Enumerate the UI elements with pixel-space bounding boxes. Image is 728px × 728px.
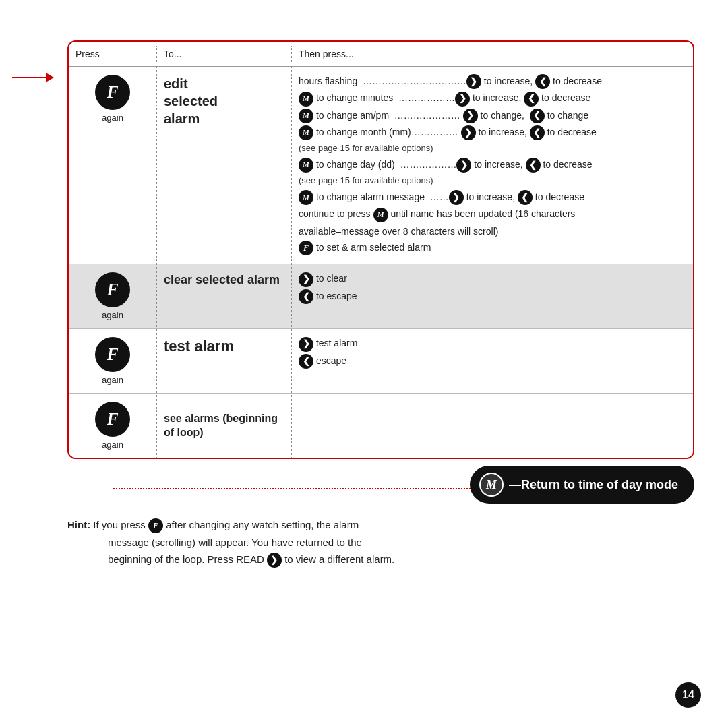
then-line: ❯ test alarm [299,336,686,351]
then-line: ❯ to clear [299,271,686,286]
m-icon: M [299,190,313,205]
press-cell-edit: F again [69,67,156,264]
page-number: 14 [675,682,701,708]
table-row: F again see alarms (beginning of loop) [69,394,693,458]
then-line: ❮ to escape [299,289,686,304]
left-arrow [12,73,54,82]
right-arrow-icon: ❯ [466,74,481,89]
again-label-edit: again [102,113,123,123]
f-button-clear: F [95,272,130,307]
m-icon: M [373,208,388,222]
left-arrow-icon: ❮ [299,354,313,369]
then-line: F to set & arm selected alarm [299,240,686,255]
table-row: F again editselectedalarm hours flashing… [69,67,693,264]
header-press: Press [69,46,156,62]
then-cell-edit: hours flashing ……………………………❯ to increase,… [291,67,693,264]
then-cell-clear: ❯ to clear ❮ to escape [291,264,693,328]
then-line: hours flashing ……………………………❯ to increase,… [299,73,686,89]
page-container: Press To... Then press... F again editse… [0,0,728,728]
right-arrow-icon: ❯ [449,190,464,205]
table-row: F again test alarm ❯ test alarm ❮ escape [69,329,693,394]
hint-section: Hint: If you press F after changing any … [67,516,701,568]
right-arrow-icon: ❯ [455,92,470,107]
table-row: F again clear selected alarm ❯ to clear … [69,264,693,329]
left-arrow-icon: ❮ [530,125,545,140]
press-cell-clear: F again [69,264,156,328]
again-label-clear: again [102,310,123,320]
right-arrow-icon: ❯ [299,272,313,287]
then-line: M to change alarm message ……❯ to increas… [299,189,686,205]
main-table: Press To... Then press... F again editse… [67,40,694,459]
again-label-see: again [102,439,123,450]
dotted-line [113,488,497,489]
press-cell-test: F again [69,329,156,393]
to-cell-test: test alarm [156,329,291,393]
again-label-test: again [102,375,123,385]
then-line: continue to press M until name has been … [299,206,686,222]
m-icon: M [299,158,313,173]
table-header: Press To... Then press... [69,42,693,67]
left-arrow-icon: ❮ [535,74,550,89]
f-icon: F [299,241,313,255]
loop-arrow-area: M —Return to time of day mode [67,459,694,503]
then-line: M to change day (dd) ………………❯ to increase… [299,157,686,173]
m-icon: M [299,109,313,123]
left-arrow-icon: ❮ [524,92,539,107]
header-to: To... [156,46,291,62]
then-line: M to change minutes ………………❯ to increase,… [299,90,686,106]
then-cell-test: ❯ test alarm ❮ escape [291,329,693,393]
hint-text: Hint: If you press F after changing any … [67,519,701,568]
then-line: available–message over 8 characters will… [299,224,686,239]
left-arrow-icon: ❮ [526,158,541,173]
then-cell-see [291,394,693,458]
right-arrow-icon: ❯ [456,158,471,173]
m-button-return: M [479,473,504,497]
left-arrow-icon: ❮ [530,109,545,123]
f-icon-hint: F [148,518,163,533]
then-line: M to change am/pm ………………… ❯ to change, ❮… [299,108,686,123]
f-button-see: F [95,402,130,437]
return-pill: M —Return to time of day mode [470,466,694,504]
then-line: ❮ escape [299,353,686,369]
left-arrow-icon: ❮ [518,190,533,205]
right-arrow-icon: ❯ [299,337,313,352]
press-cell-see: F again [69,394,156,458]
f-button-edit: F [95,75,130,110]
m-icon: M [299,125,313,140]
m-icon: M [299,92,313,107]
right-arrow-icon: ❯ [461,125,476,140]
right-arrow-icon: ❯ [463,109,478,123]
f-button-test: F [95,337,130,372]
to-cell-see: see alarms (beginning of loop) [156,394,291,458]
left-arrow-icon: ❮ [299,289,313,304]
header-then: Then press... [291,46,693,62]
to-cell-clear: clear selected alarm [156,264,291,328]
to-cell-edit: editselectedalarm [156,67,291,264]
then-line: M to change month (mm)…………… ❯ to increas… [299,125,686,140]
then-line: (see page 15 for available options) [299,142,686,156]
return-label: —Return to time of day mode [509,478,678,492]
then-line: (see page 15 for available options) [299,174,686,188]
right-arrow-icon-hint: ❯ [267,553,282,568]
